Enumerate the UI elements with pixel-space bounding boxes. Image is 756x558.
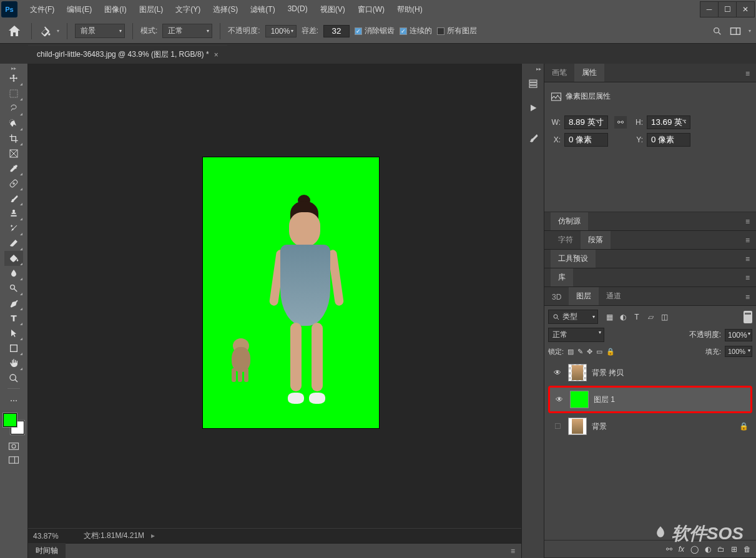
layers-tab[interactable]: 图层 [569,287,599,305]
crop-tool[interactable] [4,131,23,146]
3d-tab[interactable]: 3D [544,289,569,305]
lock-trans-icon[interactable]: ▨ [567,348,574,356]
chevron-down-icon[interactable]: ▾ [749,28,751,34]
blend-mode-dropdown[interactable]: 正常 [162,24,212,38]
menu-filter[interactable]: 滤镜(T) [244,2,281,17]
lock-icon[interactable]: 🔒 [739,422,749,431]
lock-artboard-icon[interactable]: ▭ [596,348,602,356]
link-icon[interactable]: ⚯ [614,116,627,129]
layer-thumb[interactable] [570,391,589,408]
eyedropper-tool[interactable] [4,161,23,176]
menu-layer[interactable]: 图层(L) [133,2,170,17]
menu-file[interactable]: 文件(F) [24,2,61,17]
lock-pos-icon[interactable]: ✥ [587,348,592,356]
brush-tab[interactable]: 画笔 [544,64,574,82]
frame-tool[interactable] [4,146,23,161]
filter-pixel-icon[interactable]: ▦ [604,312,614,322]
layer-row[interactable]: 👁 背景 拷贝 [548,361,752,384]
dock-collapse[interactable]: ▸▸ [522,66,544,72]
hand-tool[interactable] [4,356,23,371]
marquee-tool[interactable] [4,86,23,101]
tolerance-input[interactable] [323,25,350,37]
filter-adjust-icon[interactable]: ◐ [618,312,628,322]
link-layers-icon[interactable]: ⚯ [666,545,672,554]
clone-source-tab[interactable]: 仿制源 [551,212,588,230]
menu-help[interactable]: 帮助(H) [391,2,429,17]
layer-row[interactable]: ☐ 背景 🔒 [548,414,752,438]
bucket-tool[interactable] [4,251,23,266]
close-tab-icon[interactable]: × [214,51,218,59]
chevron-down-icon[interactable]: ▾ [57,28,59,34]
chevron-right-icon[interactable]: ▸ [149,531,155,540]
quick-select-tool[interactable] [4,116,23,131]
shape-tool[interactable] [4,341,23,356]
opacity-dropdown[interactable]: 100% [265,25,297,37]
all-layers-checkbox[interactable]: 所有图层 [437,26,477,36]
layer-name[interactable]: 背景 [592,421,734,432]
minimize-button[interactable]: ─ [700,1,719,17]
width-input[interactable] [564,115,608,129]
filter-type-icon[interactable]: T [632,312,642,322]
history-dock-icon[interactable] [524,75,542,94]
lock-paint-icon[interactable]: ✎ [577,348,583,356]
quickmask-icon[interactable] [8,442,19,451]
channels-tab[interactable]: 通道 [599,287,629,305]
zoom-level[interactable]: 43.87% [33,532,59,541]
panel-menu-icon[interactable]: ≡ [739,213,756,230]
document-tab[interactable]: child-girl-little-36483.jpg @ 43.9% (图层 … [28,45,227,64]
new-layer-icon[interactable]: ⊞ [731,545,737,554]
layer-fill-input[interactable]: 100% [725,346,752,357]
visibility-icon[interactable]: 👁 [552,368,563,377]
panel-menu-icon[interactable]: ≡ [504,543,521,559]
lasso-tool[interactable] [4,101,23,116]
pen-tool[interactable] [4,296,23,311]
layer-thumb[interactable] [568,364,587,381]
adjustment-icon[interactable]: ◐ [705,545,711,554]
brush-dock-icon[interactable] [524,129,542,147]
panel-menu-icon[interactable]: ≡ [739,289,756,305]
visibility-icon[interactable]: 👁 [554,395,565,404]
layer-row[interactable]: 👁 图层 1 [550,388,750,411]
search-icon[interactable] [712,26,722,36]
height-input[interactable] [647,115,690,129]
delete-icon[interactable]: 🗑 [744,545,751,554]
character-tab[interactable]: 字符 [551,231,581,249]
panel-menu-icon[interactable]: ≡ [739,251,756,267]
lock-all-icon[interactable]: 🔒 [606,348,615,356]
menu-3d[interactable]: 3D(D) [282,2,314,17]
filter-toggle[interactable] [744,311,752,323]
home-icon[interactable] [5,24,24,39]
doc-info[interactable]: 文档:1.81M/4.21M ▸ [84,531,155,541]
layer-opacity-input[interactable]: 100% [725,329,752,341]
mask-icon[interactable]: ◯ [690,545,699,554]
healing-tool[interactable] [4,176,23,191]
play-dock-icon[interactable] [524,99,542,117]
layer-kind-dropdown[interactable]: 类型 [548,310,598,324]
move-tool[interactable] [4,71,23,86]
visibility-icon[interactable]: ☐ [552,422,563,431]
paragraph-tab[interactable]: 段落 [581,231,611,249]
panel-menu-icon[interactable]: ≡ [739,270,756,286]
workspace-switcher-icon[interactable] [730,27,741,36]
fx-icon[interactable]: fx [679,545,684,554]
panel-menu-icon[interactable]: ≡ [739,66,756,82]
type-tool[interactable] [4,311,23,326]
maximize-button[interactable]: ☐ [718,1,737,17]
menu-image[interactable]: 图像(I) [98,2,132,17]
antialias-checkbox[interactable]: ✓消除锯齿 [355,26,395,36]
close-button[interactable]: ✕ [736,1,755,17]
menu-view[interactable]: 视图(V) [314,2,351,17]
document-canvas[interactable] [203,157,379,428]
y-input[interactable] [647,133,690,147]
history-brush-tool[interactable] [4,221,23,236]
layer-thumb[interactable] [568,418,587,435]
brush-tool[interactable] [4,191,23,206]
contiguous-checkbox[interactable]: ✓连续的 [400,26,432,36]
screenmode-icon[interactable] [8,456,19,464]
menu-type[interactable]: 文字(Y) [169,2,207,17]
canvas-viewport[interactable] [28,64,521,528]
blur-tool[interactable] [4,266,23,281]
properties-tab[interactable]: 属性 [574,64,604,82]
menu-edit[interactable]: 编辑(E) [61,2,98,17]
menu-select[interactable]: 选择(S) [207,2,244,17]
